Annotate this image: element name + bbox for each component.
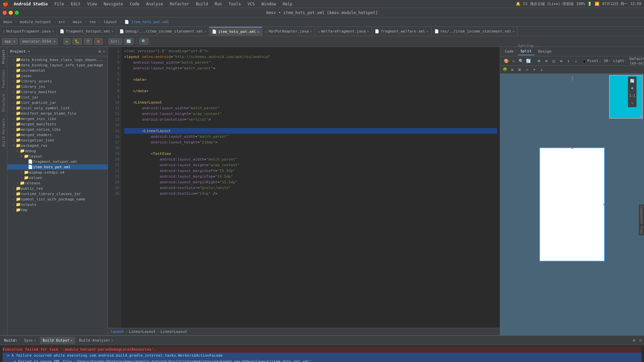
- refresh-canvas-btn[interactable]: 🔄: [629, 77, 636, 84]
- breadcrumb-filename[interactable]: 📄 item_hots_pot.xml: [123, 19, 170, 25]
- file-tab-fragment-hotspot-xml[interactable]: 📄 fragment_hotspot.xml ✕: [57, 27, 116, 36]
- close-icon[interactable]: ✕: [310, 29, 312, 33]
- tree-item-merged-inis-libs[interactable]: ›📁merged_inis_libs: [7, 116, 108, 121]
- menu-edit[interactable]: Edit: [69, 1, 82, 7]
- tree-item-fragment-hotspot-xml[interactable]: 📄fragment_hotspot.xml: [7, 159, 108, 164]
- component-tree-label[interactable]: Component Tree: [639, 204, 644, 235]
- grid-icon[interactable]: ⊞: [536, 58, 542, 64]
- tree-item-library-jni[interactable]: ›📁library_jni: [7, 84, 108, 89]
- tree-item-public-res[interactable]: ›📁public_res: [7, 186, 108, 191]
- code-breadcrumb-linearlayout1[interactable]: LinearLayout: [129, 329, 155, 334]
- close-icon[interactable]: ✕: [112, 29, 114, 33]
- code-breadcrumb-layout[interactable]: layout: [111, 329, 124, 334]
- sync-button[interactable]: 🔄: [124, 38, 133, 45]
- attributes-icon[interactable]: ≡: [509, 66, 516, 73]
- device-icon[interactable]: ↕: [565, 58, 572, 64]
- window-controls[interactable]: [3, 11, 19, 15]
- close-icon[interactable]: ✕: [426, 29, 428, 33]
- palette-icon[interactable]: 🎨: [503, 58, 509, 64]
- file-tab-hotspot-fragment[interactable]: ☕ HotspotFragment.java ✕: [0, 27, 57, 36]
- tree-item-navigation-json[interactable]: ›📁navigation_json: [7, 137, 108, 143]
- sync-close[interactable]: ✕: [34, 339, 36, 342]
- breadcrumb-main[interactable]: main: [71, 19, 83, 25]
- breadcrumb-res[interactable]: res: [88, 19, 97, 25]
- file-tab-item-hots-pot[interactable]: 📄 item_hots_pot.xml ✕: [209, 27, 262, 36]
- arrow-down-icon[interactable]: ↓: [538, 66, 545, 73]
- breadcrumb-src[interactable]: src: [57, 19, 66, 25]
- file-tab-welfare-fragment[interactable]: ☕ WelfareFragment.java ✕: [315, 27, 372, 36]
- menu-help[interactable]: Help: [281, 1, 294, 7]
- close-icon[interactable]: ✕: [513, 29, 515, 33]
- left-tab-favorites[interactable]: Favorites: [1, 68, 6, 89]
- tree-item-runtime-library-classes-jar[interactable]: ›📁runtime_library_classes_jar: [7, 191, 108, 196]
- tree-item-library-assets[interactable]: ›📁library_assets: [7, 78, 108, 84]
- fullscreen-btn[interactable]: ⤡: [629, 100, 636, 106]
- run-button[interactable]: ▶: [63, 38, 70, 45]
- close-icon[interactable]: ✕: [204, 29, 206, 33]
- menu-window[interactable]: Window: [260, 1, 277, 7]
- device-selector[interactable]: 📱 Pixel ▾: [582, 59, 601, 63]
- menu-view[interactable]: View: [86, 1, 98, 7]
- tab-split[interactable]: Split: [518, 48, 534, 55]
- tree-item-packaged-res[interactable]: ▾📁packaged_res: [7, 143, 108, 148]
- tree-item-data-binding-base-class-logs-depen---[interactable]: ›📁data_binding_base_class_logs_depen...: [7, 57, 108, 62]
- tab-build-output[interactable]: Build Output ✕: [40, 337, 75, 344]
- menu-run[interactable]: Run: [213, 1, 223, 7]
- component-tree-icon[interactable]: 🌳: [501, 66, 508, 73]
- menu-file[interactable]: File: [53, 1, 65, 7]
- sidebar-action-icon[interactable]: ⚙: [99, 49, 101, 54]
- constraints-icon[interactable]: ⊕: [543, 58, 550, 64]
- tree-item-values[interactable]: ›📁values: [7, 175, 108, 180]
- file-tab-hotpot-adapter[interactable]: ☕ HotPotAdapter.java ✕: [262, 27, 315, 36]
- settings-icon[interactable]: ⚙: [632, 338, 637, 343]
- tab-code[interactable]: Code: [502, 48, 517, 55]
- tree-item-library-manifest[interactable]: ›📁library_manifest: [7, 89, 108, 95]
- minimize-button[interactable]: [9, 11, 13, 15]
- tree-item-debug[interactable]: ▾📁debug: [7, 148, 108, 154]
- tree-item-layout[interactable]: ▾📁layout: [7, 154, 108, 159]
- menu-analyze[interactable]: Analyze: [145, 1, 165, 7]
- refresh-icon[interactable]: 🔄: [525, 58, 532, 64]
- zoom-selector[interactable]: 30 ▾: [604, 59, 611, 63]
- tree-item-symbol-list-with-package-name[interactable]: ›📁symbol_list_with_package_name: [7, 196, 108, 202]
- zoom-in-btn[interactable]: +: [629, 85, 636, 92]
- tree-item-incremental[interactable]: ›📁incremental: [7, 68, 108, 73]
- align-icon[interactable]: ↓: [573, 58, 579, 64]
- tab-design[interactable]: Design: [536, 48, 554, 55]
- breadcrumb-layout[interactable]: layout: [102, 19, 118, 25]
- debug-button[interactable]: 🐛: [72, 38, 82, 45]
- margins-icon[interactable]: ◫: [550, 58, 557, 64]
- zoom-fit-btn[interactable]: 1:1: [629, 92, 636, 99]
- build-analyzer-close[interactable]: ✕: [111, 339, 113, 342]
- tree-item-tmp[interactable]: ›📁tmp: [7, 207, 108, 213]
- arrow-icon[interactable]: →: [524, 66, 530, 73]
- left-tab-project[interactable]: Project: [1, 48, 6, 65]
- emulator-selector[interactable]: emulator-5554 ▾: [20, 38, 58, 45]
- tree-item-lint-jar[interactable]: ›📁lint_jar: [7, 95, 108, 100]
- light-selector[interactable]: Light ▾: [613, 59, 627, 63]
- code-editor[interactable]: <?xml version="1.0" encoding="utf-8"?><l…: [121, 47, 500, 328]
- close-icon[interactable]: ✕: [257, 30, 259, 34]
- tree-item-merged-manifests[interactable]: ›📁merged_manifests: [7, 121, 108, 127]
- menu-tools[interactable]: Tools: [227, 1, 242, 7]
- tree-item-manifest-merge-blame-file[interactable]: ›📁manifest_merge_blame_file: [7, 111, 108, 116]
- zoom-icon[interactable]: 🔍: [518, 58, 524, 64]
- tree-item-merged-shaders[interactable]: ›📁merged_shaders: [7, 132, 108, 137]
- tree-item-lint-publish-jar[interactable]: ›📁lint_publish_jar: [7, 100, 108, 105]
- git-button[interactable]: Git:: [108, 38, 122, 45]
- tree-item-outputs[interactable]: ›📁outputs: [7, 202, 108, 207]
- sidebar-close-icon[interactable]: −: [103, 49, 105, 54]
- tree-item-merged-native-libs[interactable]: ›📁merged_native_libs: [7, 127, 108, 132]
- tree-item-item-hots-pot-xml[interactable]: 📄item_hots_pot.xml: [7, 164, 108, 170]
- close-panel-icon[interactable]: ✕: [638, 338, 643, 343]
- close-button[interactable]: [3, 11, 7, 15]
- breadcrumb-kmsv[interactable]: kmsv: [2, 19, 14, 25]
- file-tab-res-income[interactable]: 📄 res/../item_income_statement.xml ✕: [432, 27, 518, 36]
- left-tab-structure[interactable]: Structure: [1, 93, 6, 113]
- close-icon[interactable]: ✕: [52, 29, 54, 33]
- design-canvas[interactable]: Component Tree 🔄 + 1:1 ⤡: [500, 74, 644, 335]
- profile-button[interactable]: ⏱: [84, 38, 92, 45]
- menu-refactor[interactable]: Refactor: [168, 1, 191, 7]
- locale-selector[interactable]: Default (en-us) ▾: [630, 57, 644, 65]
- file-tab-debug-income[interactable]: 📄 debug/.../item_income_statement.xml ✕: [117, 27, 210, 36]
